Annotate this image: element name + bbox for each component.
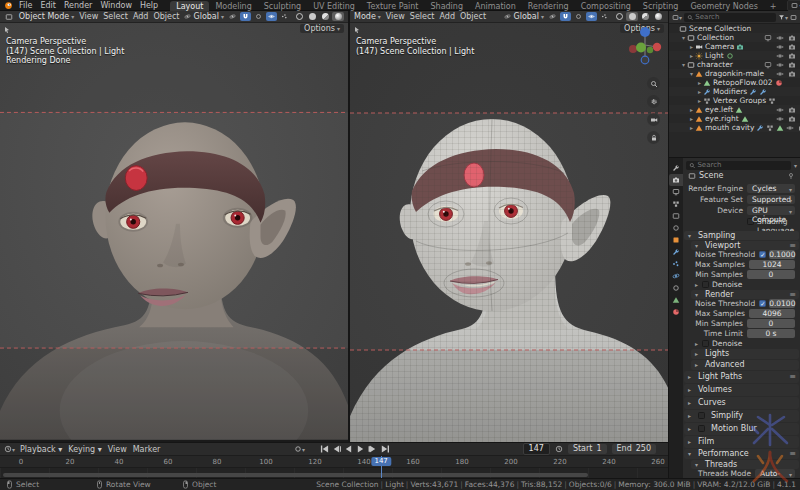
max-samples-slider[interactable]: 4096 (749, 309, 795, 318)
panel-simplify[interactable]: ▸Simplify (684, 410, 799, 422)
active-tool-icon[interactable] (353, 25, 361, 34)
mode-dropdown[interactable]: Mode▾ (354, 12, 381, 21)
timeline-track[interactable] (0, 468, 668, 478)
editor-type-icon[interactable] (4, 12, 14, 21)
noise-threshold-slider[interactable]: 0.1000 (769, 250, 795, 259)
options-dropdown[interactable]: Options▾ (300, 24, 344, 33)
viewport-menu-add[interactable]: Add (133, 12, 149, 21)
outliner-item-dragonkin-male[interactable]: ▾dragonkin-male (669, 69, 800, 78)
motion-blur-checkbox[interactable] (698, 425, 705, 432)
navigation-gizmo[interactable] (628, 25, 662, 69)
pan-tool-icon[interactable] (647, 95, 660, 108)
properties-tab-render[interactable] (669, 174, 683, 186)
properties-search-input[interactable] (697, 161, 788, 169)
properties-tab-data[interactable] (669, 294, 683, 306)
solid-canvas[interactable] (350, 11, 668, 442)
timeline-menu-playback[interactable]: Playback ▾ (20, 445, 62, 454)
scene-selector[interactable]: ▾ Scene ✕ (787, 0, 800, 11)
gizmo-toggle-icon[interactable] (279, 12, 290, 21)
properties-tab-output[interactable] (669, 186, 683, 198)
viewport-menu-object[interactable]: Object (460, 12, 486, 21)
timeline-scrollbar[interactable] (3, 473, 588, 477)
eye-icon[interactable] (786, 124, 794, 132)
render-engine-dropdown[interactable]: Cycles▾ (747, 184, 795, 193)
mode-dropdown[interactable]: Object Mode▾ (19, 12, 74, 21)
screen-icon[interactable] (764, 61, 772, 69)
orientation-dropdown[interactable]: Global▾ (504, 12, 544, 21)
jump-end-button[interactable] (380, 445, 389, 453)
camera-view-icon[interactable] (647, 113, 660, 126)
pin-icon[interactable] (787, 172, 795, 180)
start-frame-field[interactable]: Start1 (568, 444, 607, 454)
outliner-item-collection[interactable]: ▾Collection (669, 33, 800, 42)
overlays-toggle-icon[interactable] (266, 12, 277, 21)
menu-window[interactable]: Window (96, 1, 136, 10)
prev-keyframe-button[interactable] (332, 445, 341, 453)
workspace-tab-rendering[interactable]: Rendering (522, 1, 575, 11)
properties-tab-tool[interactable] (669, 162, 683, 174)
panel-curves[interactable]: ▸Curves (684, 397, 799, 409)
menu-edit[interactable]: Edit (36, 1, 60, 10)
properties-tab-view-layer[interactable] (669, 198, 683, 210)
outliner-item-modifiers[interactable]: ▸Modifiers (669, 87, 800, 96)
panel-motion-blur[interactable]: ▸Motion Blur (684, 423, 799, 435)
workspace-tab-scripting[interactable]: Scripting (637, 1, 685, 11)
new-collection-icon[interactable] (790, 14, 797, 21)
viewport-menu-object[interactable]: Object (153, 12, 179, 21)
camera-icon[interactable] (788, 34, 796, 42)
keying-set-icon[interactable] (555, 445, 563, 453)
viewport-menu-view[interactable]: View (79, 12, 98, 21)
render-denoise-row[interactable]: ▸ Denoise (691, 339, 800, 348)
outliner-item-retopoflow-002[interactable]: ▸RetopoFlow.002 (669, 78, 800, 87)
properties-tab-physics[interactable] (669, 270, 683, 282)
transform-orientation-icon[interactable] (227, 12, 238, 21)
eye-icon[interactable] (776, 34, 784, 42)
proportional-editing-icon[interactable] (573, 12, 584, 21)
panel-advanced[interactable]: ▸Advanced (691, 360, 799, 370)
noise-threshold-checkbox[interactable]: ✓ (759, 300, 766, 307)
outliner-item-light[interactable]: ▸Light (669, 51, 800, 60)
outliner-search-input[interactable] (695, 13, 773, 21)
workspace-tab-uv-editing[interactable]: UV Editing (307, 1, 361, 11)
properties-tab-scene[interactable] (669, 210, 683, 222)
panel-volumes[interactable]: ▸Volumes (684, 384, 799, 396)
viewport-menu-add[interactable]: Add (439, 12, 455, 21)
preset-menu-icon[interactable]: ≡ (789, 372, 795, 381)
panel-sampling-render[interactable]: ▾Render≡ (691, 290, 799, 299)
simplify-checkbox[interactable] (698, 412, 705, 419)
properties-tab-particles[interactable] (669, 258, 683, 270)
viewport-solid[interactable]: Mode▾ ViewSelectAddObject Global▾ Option… (350, 11, 668, 442)
workspace-tab-sculpting[interactable]: Sculpting (258, 1, 307, 11)
min-samples-slider[interactable]: 0 (747, 319, 795, 328)
preset-menu-icon[interactable]: ≡ (789, 449, 795, 458)
preset-menu-icon[interactable]: ≡ (789, 290, 795, 299)
outliner-item-eye-left[interactable]: ▸eye.left (669, 105, 800, 114)
render-denoise-checkbox[interactable] (702, 340, 709, 347)
properties-search[interactable] (686, 161, 791, 170)
properties-tab-object[interactable] (669, 234, 683, 246)
eye-icon[interactable] (776, 115, 784, 123)
max-samples-slider[interactable]: 1024 (749, 260, 795, 269)
camera-icon[interactable] (788, 70, 796, 78)
viewport-denoise-row[interactable]: ▸ Denoise (691, 280, 800, 289)
workspace-tab-geometry-nodes[interactable]: Geometry Nodes (684, 1, 763, 11)
transform-orientation-icon[interactable] (547, 12, 558, 21)
eye-icon[interactable] (776, 61, 784, 69)
viewport-denoise-checkbox[interactable] (702, 281, 709, 288)
shading-solid-icon[interactable] (626, 12, 638, 21)
timeline-ruler[interactable]: 020406080100120140160180200220240260 (0, 456, 668, 468)
eye-icon[interactable] (776, 43, 784, 51)
current-frame-badge[interactable]: 147 (371, 457, 390, 466)
outliner-item-mouth-cavity[interactable]: ▸mouth cavity (669, 123, 800, 132)
panel-lights[interactable]: ▸Lights (691, 349, 799, 359)
display-mode-dropdown[interactable]: ▾ (672, 14, 682, 21)
camera-icon[interactable] (788, 106, 796, 114)
workspace-tab-shading[interactable]: Shading (424, 1, 469, 11)
feature-set-dropdown[interactable]: Supported▾ (747, 195, 795, 204)
viewport-menu-select[interactable]: Select (103, 12, 128, 21)
auto-keying-toggle[interactable]: ▾ (294, 445, 305, 453)
outliner-item-vertex-groups[interactable]: ▸Vertex Groups (669, 96, 800, 105)
shading-material-preview-icon[interactable] (319, 12, 331, 21)
snap-magnet-icon[interactable] (560, 12, 571, 21)
outliner-search[interactable] (684, 13, 776, 22)
